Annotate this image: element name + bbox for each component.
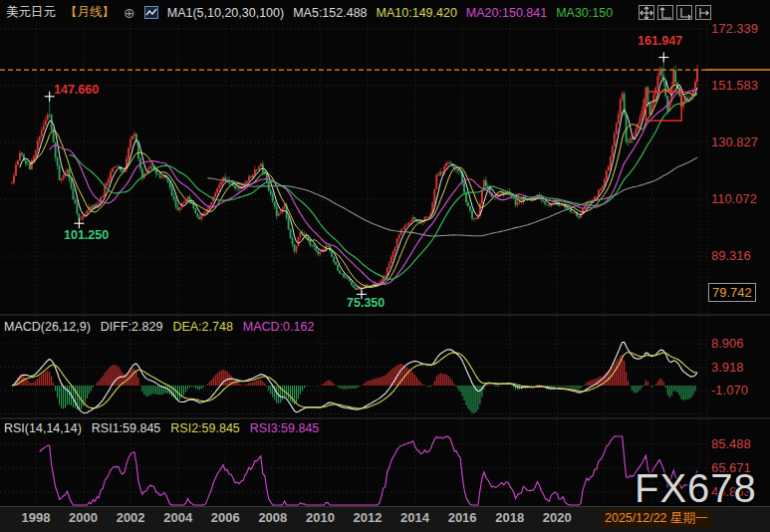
axis-label: 110.072	[711, 191, 757, 206]
annotation-high-1998: 147.660	[54, 83, 99, 97]
axis-label: 8.906	[711, 336, 744, 351]
year-tick-label: 1998	[22, 510, 51, 525]
macd-diff-value: DIFF:2.829	[101, 320, 163, 334]
year-tick-label: 2010	[306, 510, 335, 525]
ma10-value: MA10:149.420	[377, 6, 457, 20]
axis-label: 45.853	[711, 484, 751, 499]
add-indicator-icon[interactable]: ⊕	[124, 5, 135, 21]
scale-vertical-button[interactable]	[657, 5, 673, 20]
ma20-value: MA20:150.841	[466, 6, 547, 20]
axis-label: 151.583	[711, 78, 758, 93]
pan-icon	[640, 6, 653, 20]
annotation-high-2024: 161.947	[638, 34, 682, 48]
axis-low-pricebox: 79.742	[708, 283, 756, 302]
price-chart[interactable]	[0, 0, 770, 532]
year-tick-label: 2016	[448, 510, 477, 525]
scale-vertical-icon	[658, 6, 672, 20]
axis-label: 130.827	[711, 134, 758, 149]
rsi-panel-title: RSI(14,14,14) RSI1:59.845 RSI2:59.845 RS…	[4, 421, 319, 435]
year-tick-label: 2012	[354, 510, 383, 525]
annotation-low-2011: 75.350	[347, 296, 385, 310]
rsi-settings-label: RSI(14,14,14)	[4, 421, 82, 435]
year-tick-label: 2020	[543, 510, 572, 525]
scale-horizontal-button[interactable]	[676, 5, 692, 20]
axis-label: 65.671	[711, 460, 751, 475]
time-axis[interactable]: 2025/12/22 星期一 1998200020022004200620082…	[0, 506, 770, 532]
macd-macd-value: MACD:0.162	[243, 320, 315, 334]
rsi3-value: RSI3:59.845	[250, 421, 320, 435]
year-tick-label: 2000	[69, 510, 98, 525]
year-tick-label: 2002	[117, 510, 145, 525]
ma5-value: MA5:152.488	[293, 6, 367, 20]
current-date-label: 2025/12/22 星期一	[601, 509, 712, 528]
shift-right-icon	[696, 6, 710, 20]
year-tick-label: 2014	[400, 510, 429, 525]
chart-style-icon[interactable]	[144, 6, 158, 19]
macd-panel-title: MACD(26,12,9) DIFF:2.829 DEA:2.748 MACD:…	[4, 320, 314, 334]
year-tick-label: 2008	[258, 510, 287, 525]
ma-settings-label: MA1(5,10,20,30,100)	[167, 6, 284, 20]
macd-dea-value: DEA:2.748	[172, 320, 232, 334]
pan-button[interactable]	[639, 5, 654, 20]
chart-toolbar	[639, 5, 711, 20]
year-tick-label: 2006	[211, 510, 240, 525]
year-tick-label: 2004	[163, 510, 192, 525]
rsi2-value: RSI2:59.845	[170, 421, 240, 435]
axis-label: -1.070	[711, 383, 748, 398]
axis-label: 85.488	[711, 436, 751, 451]
trading-chart-app: 美元日元 【月线】 ⊕ MA1(5,10,20,30,100) MA5:152.…	[0, 0, 770, 532]
timeframe-label: 【月线】	[65, 4, 115, 21]
rsi1-value: RSI1:59.845	[92, 421, 161, 435]
ma30-value: MA30:150	[556, 6, 613, 20]
year-tick-label: 2018	[495, 510, 524, 525]
macd-settings-label: MACD(26,12,9)	[4, 320, 91, 334]
annotation-low-2000: 101.250	[64, 228, 109, 242]
shift-right-button[interactable]	[695, 5, 711, 20]
axis-label: 3.918	[711, 360, 744, 375]
axis-label: 89.316	[711, 248, 751, 263]
symbol-title: 美元日元	[6, 4, 56, 21]
scale-horizontal-icon	[677, 6, 691, 20]
